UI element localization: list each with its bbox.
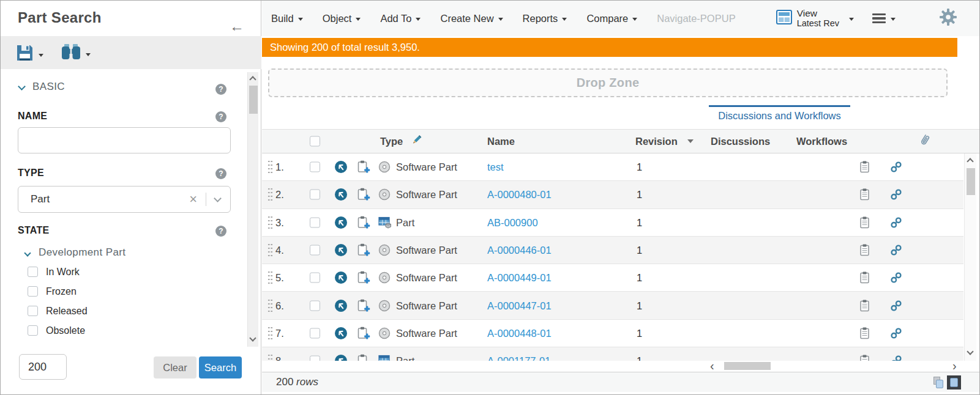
add-to-clipboard-icon[interactable]	[357, 271, 370, 285]
save-search-button[interactable]	[15, 43, 43, 65]
add-to-clipboard-icon[interactable]	[357, 160, 370, 174]
table-row[interactable]: 1.	[262, 153, 963, 181]
state-help-icon[interactable]: ?	[215, 226, 226, 237]
discussion-clipboard-icon[interactable]	[859, 355, 870, 361]
menu-add-to[interactable]: Add To	[380, 13, 421, 24]
navigate-icon[interactable]	[334, 160, 348, 174]
row-checkbox[interactable]	[310, 328, 320, 338]
state-group-collapse-icon[interactable]	[24, 249, 31, 256]
row-checkbox[interactable]	[310, 217, 320, 227]
view-selector[interactable]: View Latest Rev	[776, 9, 854, 28]
type-help-icon[interactable]: ?	[215, 168, 226, 179]
scroll-left-icon[interactable]: ‹	[710, 359, 714, 373]
menu-object[interactable]: Object	[323, 13, 361, 24]
drag-handle-icon[interactable]	[267, 160, 273, 174]
name-link[interactable]: AB-000900	[487, 216, 538, 228]
table-row[interactable]: 4.	[262, 237, 963, 264]
workflow-link-icon[interactable]	[890, 244, 902, 256]
workflow-link-icon[interactable]	[890, 271, 902, 284]
row-checkbox[interactable]	[310, 356, 320, 361]
discussion-clipboard-icon[interactable]	[859, 188, 870, 201]
add-to-clipboard-icon[interactable]	[357, 188, 370, 202]
menu-build[interactable]: Build	[271, 13, 303, 24]
navigate-icon[interactable]	[334, 271, 348, 284]
workflow-link-icon[interactable]	[890, 355, 902, 361]
row-checkbox[interactable]	[310, 300, 320, 311]
name-link[interactable]: A-0000449-01	[487, 272, 552, 284]
table-row[interactable]: 7.	[262, 320, 963, 347]
drag-handle-icon[interactable]	[267, 326, 273, 341]
name-help-icon[interactable]: ?	[215, 111, 226, 122]
search-button[interactable]: Search	[199, 356, 242, 378]
clear-type-icon[interactable]: ×	[189, 191, 197, 207]
scrollbar-thumb[interactable]	[249, 86, 258, 114]
name-input[interactable]	[18, 127, 231, 153]
menu-create-new[interactable]: Create New	[440, 13, 503, 24]
add-to-clipboard-icon[interactable]	[357, 354, 370, 361]
navigate-icon[interactable]	[334, 354, 348, 361]
discussion-clipboard-icon[interactable]	[859, 161, 870, 174]
checkbox-frozen[interactable]	[28, 286, 38, 297]
checkbox-in-work[interactable]	[28, 267, 38, 277]
saved-searches-button[interactable]	[61, 43, 91, 63]
row-checkbox[interactable]	[310, 162, 320, 172]
scroll-down-icon[interactable]	[249, 334, 256, 341]
checkbox-released[interactable]	[28, 306, 38, 316]
name-link[interactable]: A-0000446-01	[487, 245, 552, 256]
type-select[interactable]: Part ×	[18, 186, 231, 213]
tab-discussions-and-workflows[interactable]: Discussions and Workflows	[709, 110, 850, 122]
sidebar-scrollbar[interactable]	[247, 72, 258, 347]
workflow-link-icon[interactable]	[890, 161, 902, 173]
name-link[interactable]: test	[487, 161, 504, 173]
split-view-icon[interactable]	[933, 377, 944, 388]
menu-compare[interactable]: Compare	[586, 13, 637, 24]
checkbox-obsolete[interactable]	[28, 325, 38, 336]
table-horizontal-scrollbar[interactable]: ‹ ›	[262, 361, 980, 372]
drag-handle-icon[interactable]	[267, 187, 273, 202]
table-row[interactable]: 2.	[262, 181, 963, 209]
table-row[interactable]: 3.	[262, 209, 963, 237]
vertical-scrollbar-thumb[interactable]	[967, 168, 975, 195]
column-header-discussions[interactable]: Discussions	[711, 136, 770, 147]
menu-reports[interactable]: Reports	[523, 13, 567, 24]
drag-handle-icon[interactable]	[267, 243, 273, 257]
add-to-clipboard-icon[interactable]	[357, 326, 370, 340]
scroll-right-icon[interactable]: ›	[952, 359, 957, 373]
settings-button[interactable]	[939, 8, 957, 29]
attachment-paperclip-icon[interactable]	[918, 133, 930, 149]
navigate-icon[interactable]	[334, 243, 348, 257]
column-header-type[interactable]: Type	[380, 136, 403, 147]
workflow-link-icon[interactable]	[890, 188, 902, 201]
table-row[interactable]: 8.	[262, 347, 963, 361]
collapse-panel-icon[interactable]: ←	[230, 18, 244, 35]
name-link[interactable]: A-0000448-01	[487, 327, 552, 339]
navigate-icon[interactable]	[334, 299, 348, 312]
row-checkbox[interactable]	[310, 245, 320, 256]
navigate-icon[interactable]	[334, 216, 348, 229]
navigate-icon[interactable]	[334, 188, 348, 201]
basic-help-icon[interactable]: ?	[215, 84, 226, 95]
basic-collapse-icon[interactable]	[18, 83, 26, 90]
row-checkbox[interactable]	[310, 273, 320, 283]
horizontal-scrollbar-thumb[interactable]	[724, 362, 771, 370]
scroll-down-icon[interactable]	[967, 348, 973, 355]
add-to-clipboard-icon[interactable]	[357, 243, 370, 257]
name-link[interactable]: A-0000480-01	[487, 189, 552, 201]
page-size-input[interactable]	[19, 354, 67, 380]
drag-handle-icon[interactable]	[267, 298, 273, 313]
workflow-link-icon[interactable]	[890, 216, 902, 229]
more-menu-button[interactable]	[872, 11, 896, 25]
discussion-clipboard-icon[interactable]	[859, 299, 870, 312]
edit-pencil-icon[interactable]	[411, 135, 422, 149]
drag-handle-icon[interactable]	[267, 270, 273, 285]
sort-descending-icon[interactable]	[687, 139, 694, 143]
drag-handle-icon[interactable]	[267, 215, 273, 230]
discussion-clipboard-icon[interactable]	[859, 327, 870, 339]
clear-button[interactable]: Clear	[154, 356, 196, 378]
column-header-revision[interactable]: Revision	[635, 136, 678, 147]
row-checkbox[interactable]	[310, 190, 320, 200]
select-all-checkbox[interactable]	[310, 136, 320, 147]
type-dropdown-chevron-icon[interactable]	[214, 194, 222, 202]
add-to-clipboard-icon[interactable]	[357, 298, 370, 312]
table-row[interactable]: 5.	[262, 264, 963, 292]
